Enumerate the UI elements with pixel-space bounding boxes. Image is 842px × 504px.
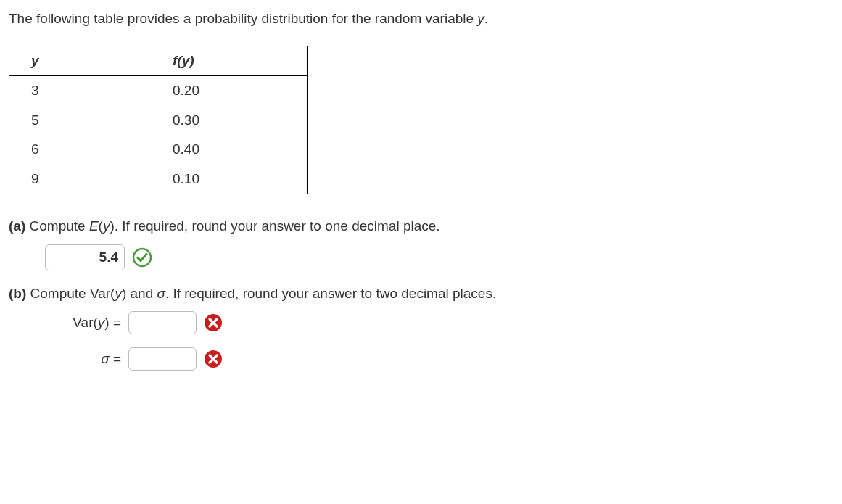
part-a-suffix: . If required, round your answer to one … <box>115 218 440 234</box>
intro-suffix: . <box>484 11 488 26</box>
var-y-lhs-pre: Var( <box>73 315 97 330</box>
cell-y: 3 <box>9 76 159 106</box>
intro-var: y <box>477 11 484 26</box>
var-y-lhs: Var(y) = <box>45 313 128 334</box>
intro-text: The following table provides a probabili… <box>9 9 833 30</box>
part-b-prefix: Compute Var( <box>26 286 115 301</box>
distribution-table: y f(y) 3 0.20 5 0.30 6 0.40 9 0.10 <box>9 46 308 195</box>
intro-prefix: The following table provides a probabili… <box>9 11 477 26</box>
part-a-prefix: Compute <box>25 218 89 234</box>
sigma-lhs-pre: σ <box>101 351 109 366</box>
part-a-func: E <box>89 218 99 234</box>
header-y: y <box>9 46 159 76</box>
cell-fy: 0.20 <box>158 76 308 106</box>
sigma-lhs-post: = <box>110 351 121 366</box>
table-header-row: y f(y) <box>9 46 308 76</box>
part-a-prompt: (a) Compute E(y). If required, round you… <box>9 216 833 237</box>
sigma-lhs: σ = <box>45 349 128 370</box>
part-a-arg: y <box>103 218 110 234</box>
cell-y: 6 <box>9 135 159 165</box>
cell-y: 9 <box>9 165 159 194</box>
sigma-answer-row: σ = <box>45 347 833 371</box>
table-row: 6 0.40 <box>9 135 308 165</box>
cell-y: 5 <box>9 106 159 136</box>
correct-icon <box>132 247 152 268</box>
ey-answer-input[interactable]: 5.4 <box>45 244 125 270</box>
cell-fy: 0.40 <box>158 135 308 165</box>
part-b-sigma: σ <box>157 286 165 301</box>
table-row: 9 0.10 <box>9 165 308 194</box>
var-y-input[interactable] <box>128 311 197 334</box>
part-b-prompt: (b) Compute Var(y) and σ. If required, r… <box>9 284 833 305</box>
part-a-answer-row: 5.4 <box>45 244 833 270</box>
var-y-lhs-post: ) = <box>104 315 121 330</box>
var-y-answer-row: Var(y) = <box>45 311 833 334</box>
incorrect-icon <box>204 350 223 368</box>
table-row: 3 0.20 <box>9 76 308 106</box>
var-y-lhs-arg: y <box>98 315 105 330</box>
header-fy: f(y) <box>158 46 308 76</box>
table-row: 5 0.30 <box>9 106 308 136</box>
cell-fy: 0.30 <box>158 106 308 136</box>
part-b-label: (b) <box>9 286 26 301</box>
cell-fy: 0.10 <box>158 165 308 194</box>
incorrect-icon <box>204 313 223 332</box>
part-b-suffix: . If required, round your answer to two … <box>165 286 496 301</box>
part-a-label: (a) <box>9 218 25 234</box>
sigma-input[interactable] <box>128 347 197 371</box>
part-b-mid: ) and <box>122 286 157 301</box>
part-b-arg1: y <box>115 286 122 301</box>
